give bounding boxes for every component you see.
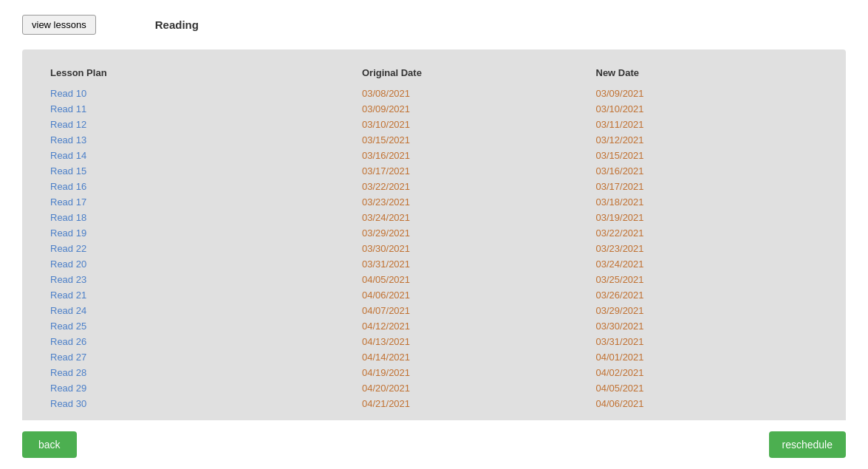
lesson-plan-cell[interactable]: Read 17: [44, 194, 356, 210]
lesson-plan-cell[interactable]: Read 21: [44, 287, 356, 303]
table-row: Read 1803/24/202103/19/2021: [44, 210, 824, 225]
original-date-cell: 03/31/2021: [356, 256, 590, 272]
new-date-cell: 03/29/2021: [590, 303, 824, 318]
col-new-date: New Date: [590, 64, 824, 86]
new-date-cell: 03/24/2021: [590, 256, 824, 272]
new-date-cell: 03/12/2021: [590, 132, 824, 148]
lesson-plan-cell[interactable]: Read 19: [44, 225, 356, 241]
table-row: Read 1903/29/202103/22/2021: [44, 225, 824, 241]
lesson-plan-cell[interactable]: Read 22: [44, 241, 356, 256]
original-date-cell: 03/10/2021: [356, 117, 590, 132]
new-date-cell: 03/31/2021: [590, 334, 824, 349]
table-row: Read 2203/30/202103/23/2021: [44, 241, 824, 256]
lesson-plan-cell[interactable]: Read 26: [44, 334, 356, 349]
lesson-plan-cell[interactable]: Read 18: [44, 210, 356, 225]
original-date-cell: 04/07/2021: [356, 303, 590, 318]
table-container: Lesson Plan Original Date New Date Read …: [22, 49, 846, 426]
table-row: Read 2404/07/202103/29/2021: [44, 303, 824, 318]
table-row: Read 2604/13/202103/31/2021: [44, 334, 824, 349]
table-row: Read 1403/16/202103/15/2021: [44, 148, 824, 163]
table-row: Read 2104/06/202103/26/2021: [44, 287, 824, 303]
lesson-plan-cell[interactable]: Read 27: [44, 349, 356, 365]
original-date-cell: 03/30/2021: [356, 241, 590, 256]
table-row: Read 1103/09/202103/10/2021: [44, 101, 824, 117]
original-date-cell: 03/09/2021: [356, 101, 590, 117]
main-content: view lessons Reading Lesson Plan Origina…: [0, 0, 868, 441]
new-date-cell: 03/19/2021: [590, 210, 824, 225]
lesson-plan-cell[interactable]: Read 20: [44, 256, 356, 272]
table-header-row: Lesson Plan Original Date New Date: [44, 64, 824, 86]
new-date-cell: 03/16/2021: [590, 163, 824, 179]
table-row: Read 2304/05/202103/25/2021: [44, 272, 824, 287]
lesson-plan-cell[interactable]: Read 12: [44, 117, 356, 132]
original-date-cell: 04/19/2021: [356, 365, 590, 380]
original-date-cell: 04/13/2021: [356, 334, 590, 349]
table-row: Read 1303/15/202103/12/2021: [44, 132, 824, 148]
original-date-cell: 03/29/2021: [356, 225, 590, 241]
lesson-plan-cell[interactable]: Read 25: [44, 318, 356, 334]
lesson-plan-cell[interactable]: Read 24: [44, 303, 356, 318]
original-date-cell: 04/05/2021: [356, 272, 590, 287]
lesson-plan-cell[interactable]: Read 23: [44, 272, 356, 287]
table-row: Read 1603/22/202103/17/2021: [44, 179, 824, 194]
original-date-cell: 03/08/2021: [356, 86, 590, 101]
new-date-cell: 03/26/2021: [590, 287, 824, 303]
table-row: Read 1703/23/202103/18/2021: [44, 194, 824, 210]
new-date-cell: 03/18/2021: [590, 194, 824, 210]
lesson-plan-cell[interactable]: Read 10: [44, 86, 356, 101]
new-date-cell: 04/06/2021: [590, 396, 824, 411]
new-date-cell: 03/25/2021: [590, 272, 824, 287]
table-row: Read 2804/19/202104/02/2021: [44, 365, 824, 380]
original-date-cell: 03/24/2021: [356, 210, 590, 225]
new-date-cell: 03/11/2021: [590, 117, 824, 132]
bottom-bar: back reschedule: [0, 420, 868, 469]
table-row: Read 2704/14/202104/01/2021: [44, 349, 824, 365]
table-row: Read 1003/08/202103/09/2021: [44, 86, 824, 101]
lesson-plan-cell[interactable]: Read 28: [44, 365, 356, 380]
original-date-cell: 03/15/2021: [356, 132, 590, 148]
page-title: Reading: [155, 18, 199, 31]
view-lessons-button[interactable]: view lessons: [22, 15, 96, 35]
table-row: Read 1203/10/202103/11/2021: [44, 117, 824, 132]
table-row: Read 2504/12/202103/30/2021: [44, 318, 824, 334]
top-bar: view lessons Reading: [22, 15, 846, 35]
new-date-cell: 03/15/2021: [590, 148, 824, 163]
lesson-plan-cell[interactable]: Read 14: [44, 148, 356, 163]
new-date-cell: 03/17/2021: [590, 179, 824, 194]
lesson-table: Lesson Plan Original Date New Date Read …: [44, 64, 824, 411]
original-date-cell: 04/14/2021: [356, 349, 590, 365]
table-row: Read 3004/21/202104/06/2021: [44, 396, 824, 411]
original-date-cell: 03/22/2021: [356, 179, 590, 194]
back-button[interactable]: back: [22, 431, 77, 458]
new-date-cell: 03/10/2021: [590, 101, 824, 117]
new-date-cell: 04/01/2021: [590, 349, 824, 365]
new-date-cell: 03/23/2021: [590, 241, 824, 256]
original-date-cell: 04/21/2021: [356, 396, 590, 411]
table-row: Read 2904/20/202104/05/2021: [44, 380, 824, 396]
reschedule-button[interactable]: reschedule: [769, 431, 847, 458]
original-date-cell: 04/12/2021: [356, 318, 590, 334]
lesson-plan-cell[interactable]: Read 30: [44, 396, 356, 411]
lesson-plan-cell[interactable]: Read 16: [44, 179, 356, 194]
original-date-cell: 03/16/2021: [356, 148, 590, 163]
new-date-cell: 03/09/2021: [590, 86, 824, 101]
table-row: Read 2003/31/202103/24/2021: [44, 256, 824, 272]
new-date-cell: 04/02/2021: [590, 365, 824, 380]
col-lesson-plan: Lesson Plan: [44, 64, 356, 86]
new-date-cell: 03/30/2021: [590, 318, 824, 334]
lesson-plan-cell[interactable]: Read 13: [44, 132, 356, 148]
original-date-cell: 03/23/2021: [356, 194, 590, 210]
new-date-cell: 03/22/2021: [590, 225, 824, 241]
lesson-plan-cell[interactable]: Read 11: [44, 101, 356, 117]
lesson-plan-cell[interactable]: Read 29: [44, 380, 356, 396]
col-original-date: Original Date: [356, 64, 590, 86]
new-date-cell: 04/05/2021: [590, 380, 824, 396]
original-date-cell: 04/06/2021: [356, 287, 590, 303]
original-date-cell: 03/17/2021: [356, 163, 590, 179]
original-date-cell: 04/20/2021: [356, 380, 590, 396]
lesson-plan-cell[interactable]: Read 15: [44, 163, 356, 179]
table-row: Read 1503/17/202103/16/2021: [44, 163, 824, 179]
